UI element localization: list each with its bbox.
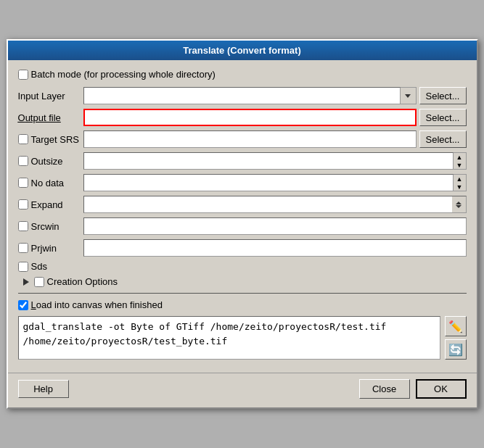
output-file-input-group: /home/zeito/proyectosR/test_byte.tif Sel… (83, 109, 467, 126)
no-data-label-col: No data (18, 178, 83, 188)
command-part2: of GTiff /home/zeito/proyectosR/test.tif (154, 321, 387, 332)
prjwin-row: Prjwin (18, 239, 467, 257)
command-line1: gdal_translate -ot Byte of GTiff /home/z… (23, 320, 435, 334)
outsize-input[interactable]: 25% (83, 152, 454, 170)
creation-options-label[interactable]: Creation Options (34, 276, 118, 287)
outsize-text: Outsize (31, 156, 63, 167)
no-data-spinner: 0 ▲ ▼ (83, 174, 467, 191)
no-data-checkbox[interactable] (18, 178, 28, 188)
load-canvas-checkbox[interactable] (18, 300, 28, 310)
srcwin-text: Srcwin (31, 221, 60, 232)
prjwin-label[interactable]: Prjwin (18, 243, 57, 254)
outsize-checkbox[interactable] (18, 156, 28, 166)
translate-dialog: Translate (Convert format) Batch mode (f… (7, 39, 478, 409)
output-file-select-btn[interactable]: Select... (419, 109, 467, 126)
creation-options-checkbox[interactable] (34, 277, 44, 287)
input-layer-dropdown: test (83, 87, 417, 104)
output-file-row: Output file /home/zeito/proyectosR/test_… (18, 109, 467, 126)
ok-btn[interactable]: OK (416, 379, 467, 399)
target-srs-label-col: Target SRS (18, 134, 83, 145)
target-srs-text: Target SRS (31, 134, 79, 145)
input-layer-label-col: Input Layer (18, 91, 83, 101)
load-canvas-label[interactable]: Load into canvas when finished (18, 299, 163, 310)
srcwin-input-group (83, 217, 467, 235)
expand-input[interactable]: Gray (83, 196, 452, 213)
expand-combo: Gray (83, 196, 467, 213)
srcwin-checkbox[interactable] (18, 221, 28, 231)
expand-text: Expand (31, 199, 63, 210)
prjwin-input-group (83, 239, 467, 257)
load-canvas-text: Load into canvas when finished (31, 299, 163, 310)
creation-options-text: Creation Options (47, 276, 118, 287)
input-layer-dropdown-btn[interactable] (401, 87, 417, 104)
close-btn[interactable]: Close (359, 379, 410, 399)
expand-input-group: Gray (83, 196, 467, 213)
srcwin-row: Srcwin (18, 217, 467, 235)
load-canvas-row: Load into canvas when finished (18, 299, 467, 310)
prjwin-checkbox[interactable] (18, 243, 28, 253)
batch-mode-text: Batch mode (for processing whole directo… (31, 69, 216, 80)
batch-mode-label[interactable]: Batch mode (for processing whole directo… (18, 69, 216, 80)
no-data-input[interactable]: 0 (83, 174, 454, 191)
dropdown-arrow-icon (405, 94, 411, 98)
no-data-spin-down[interactable]: ▼ (454, 183, 466, 191)
command-part1: gdal_translate (23, 321, 108, 332)
expand-checkbox[interactable] (18, 199, 28, 210)
outsize-label[interactable]: Outsize (18, 156, 63, 167)
target-srs-select-btn[interactable]: Select... (419, 130, 467, 148)
creation-options-row: Creation Options (18, 276, 467, 287)
sds-text: Sds (31, 261, 47, 272)
target-srs-checkbox[interactable] (18, 134, 28, 144)
outsize-spin-down[interactable]: ▼ (454, 161, 466, 169)
sds-label-col: Sds (18, 261, 83, 272)
expand-row: Expand Gray (18, 196, 467, 213)
triangle-right-icon (23, 278, 29, 286)
help-btn[interactable]: Help (18, 380, 69, 398)
srcwin-label[interactable]: Srcwin (18, 221, 60, 232)
expand-arrow-up (456, 202, 462, 204)
no-data-spin-up[interactable]: ▲ (454, 175, 466, 183)
sds-label[interactable]: Sds (18, 261, 47, 272)
output-file-label-col: Output file (18, 112, 83, 123)
target-srs-input-group: EPSG:32619 Select... (83, 130, 467, 148)
outsize-label-col: Outsize (18, 156, 83, 167)
sds-checkbox[interactable] (18, 262, 28, 272)
prjwin-input[interactable] (83, 239, 467, 257)
batch-mode-row: Batch mode (for processing whole directo… (18, 69, 467, 80)
no-data-row: No data 0 ▲ ▼ (18, 174, 467, 191)
command-area: gdal_translate -ot Byte of GTiff /home/z… (18, 316, 467, 360)
no-data-input-group: 0 ▲ ▼ (83, 174, 467, 191)
no-data-text: No data (31, 178, 65, 188)
refresh-command-btn[interactable]: 🔄 (445, 339, 467, 360)
no-data-spinner-btns: ▲ ▼ (454, 174, 467, 191)
prjwin-label-col: Prjwin (18, 243, 83, 254)
no-data-label[interactable]: No data (18, 178, 65, 188)
prjwin-text: Prjwin (31, 243, 57, 254)
command-highlight: -ot Byte (108, 321, 154, 332)
expand-combo-btn[interactable] (452, 196, 467, 213)
outsize-spin-up[interactable]: ▲ (454, 153, 466, 161)
command-line2: /home/zeito/proyectosR/test_byte.tif (23, 334, 435, 349)
edit-command-btn[interactable]: ✏️ (445, 316, 467, 336)
output-file-label: Output file (18, 112, 61, 123)
sds-row: Sds (18, 261, 467, 272)
creation-options-expand-btn[interactable] (21, 277, 31, 287)
input-layer-row: Input Layer test Select... (18, 87, 467, 104)
srcwin-input[interactable] (83, 217, 467, 235)
divider (18, 293, 467, 294)
srcwin-label-col: Srcwin (18, 221, 83, 232)
output-file-input[interactable]: /home/zeito/proyectosR/test_byte.tif (83, 109, 417, 126)
outsize-row: Outsize 25% ▲ ▼ (18, 152, 467, 170)
target-srs-input[interactable]: EPSG:32619 (83, 130, 417, 148)
outsize-spinner: 25% ▲ ▼ (83, 152, 467, 170)
target-srs-row: Target SRS EPSG:32619 Select... (18, 130, 467, 148)
input-layer-input-group: test Select... (83, 87, 467, 104)
batch-mode-checkbox[interactable] (18, 70, 28, 80)
input-layer-select-btn[interactable]: Select... (419, 87, 467, 104)
dialog-title: Translate (Convert format) (8, 41, 477, 60)
command-box: gdal_translate -ot Byte of GTiff /home/z… (18, 316, 440, 360)
input-layer-input[interactable]: test (83, 87, 401, 104)
command-btn-col: ✏️ 🔄 (445, 316, 467, 360)
expand-label[interactable]: Expand (18, 199, 63, 210)
target-srs-label[interactable]: Target SRS (18, 134, 79, 145)
